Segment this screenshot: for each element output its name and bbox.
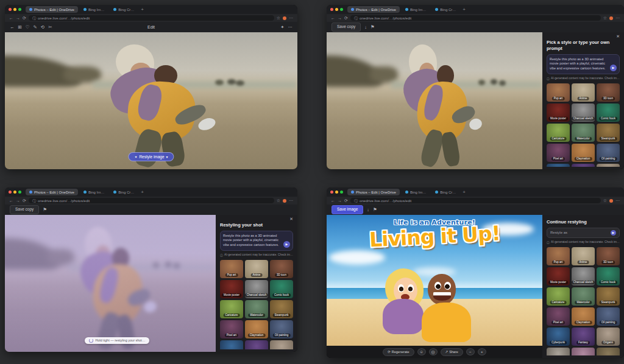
style-thumbnail-charcoal-sketch[interactable]: Charcoal sketch [572, 267, 595, 285]
forward-icon[interactable]: → [16, 198, 20, 203]
style-thumbnail-cyberpunk[interactable]: Cyberpunk [547, 164, 570, 167]
style-thumbnail-steampunk[interactable]: Steampunk [270, 300, 293, 318]
maximize-window-button[interactable] [18, 191, 21, 194]
style-thumbnail-claymation[interactable]: Claymation [572, 144, 595, 162]
crop-icon[interactable]: ✂ [48, 25, 52, 30]
profile-avatar[interactable] [283, 16, 286, 20]
style-thumbnail-3d-toon[interactable]: 3D toon [270, 260, 293, 278]
restyle-as-input[interactable]: Restyle as ▶ [547, 228, 620, 238]
profile-avatar[interactable] [609, 199, 613, 203]
favorite-star-icon[interactable]: ☆ [603, 198, 607, 203]
browser-menu-icon[interactable]: ⋯ [289, 16, 293, 20]
refresh-icon[interactable]: ⟳ [23, 198, 26, 203]
profile-avatar[interactable] [283, 199, 286, 203]
style-thumbnail-origami[interactable]: Origami [270, 340, 293, 349]
download-icon[interactable]: ↓ [367, 208, 369, 212]
minimize-window-button[interactable] [13, 191, 16, 194]
minimize-window-button[interactable] [13, 8, 16, 11]
style-thumbnail-vintage[interactable]: Vintage [597, 348, 620, 355]
style-thumbnail-comic-book[interactable]: Comic book [270, 280, 293, 298]
style-thumbnail-fantasy[interactable]: Fantasy [245, 340, 268, 349]
new-tab-button[interactable]: + [461, 7, 467, 12]
back-icon[interactable]: ← [331, 16, 335, 20]
style-thumbnail-pixel-art[interactable]: Pixel art [220, 320, 243, 338]
maximize-window-button[interactable] [18, 8, 21, 11]
bookmark-icon[interactable]: ⚑ [370, 25, 375, 30]
window-controls[interactable] [330, 191, 343, 194]
url-field[interactable]: ⓘ onedrive.live.com/…/photos/edit [350, 15, 601, 21]
style-thumbnail-anime[interactable]: Anime [245, 260, 268, 278]
url-field[interactable]: ⓘ onedrive.live.com/…/photos/edit [350, 198, 601, 203]
download-icon[interactable]: ↓ [364, 25, 367, 30]
edit-icon[interactable]: ✎ [34, 25, 37, 30]
grid-view-icon[interactable]: ⊞ [18, 25, 22, 30]
style-thumbnail-movie-poster[interactable]: Movie poster [547, 267, 570, 285]
style-thumbnail-caricature[interactable]: Caricature [547, 124, 570, 142]
style-thumbnail-fantasy[interactable]: Fantasy [572, 327, 595, 346]
restyle-image-button[interactable]: ✦ Restyle image ▾ [128, 152, 174, 161]
refresh-icon[interactable]: ⟳ [344, 16, 348, 20]
browser-tab[interactable]: Bing Im… [80, 189, 108, 195]
maximize-window-button[interactable] [340, 191, 343, 194]
browser-tab[interactable]: Bing Cr… [431, 189, 459, 195]
style-thumbnail-anime[interactable]: Anime [572, 247, 595, 265]
window-controls[interactable] [330, 8, 343, 11]
style-thumbnail-watercolor[interactable]: Watercolor [572, 287, 595, 306]
style-thumbnail-charcoal-sketch[interactable]: Charcoal sketch [245, 280, 268, 298]
favorite-star-icon[interactable]: ☆ [603, 16, 607, 20]
minimize-window-button[interactable] [335, 191, 338, 194]
regenerate-button[interactable]: ⟳ Regenerate [383, 348, 414, 356]
minimize-window-button[interactable] [335, 8, 338, 11]
style-thumbnail-3d-toon[interactable]: 3D toon [597, 247, 620, 265]
style-thumbnail-oil-painting[interactable]: Oil painting [270, 320, 293, 338]
submit-prompt-button[interactable]: ▶ [283, 241, 290, 248]
style-thumbnail-steampunk[interactable]: Steampunk [597, 287, 620, 306]
style-thumbnail-pop-art[interactable]: Pop art [220, 260, 243, 278]
new-tab-button[interactable]: + [461, 190, 467, 195]
forward-icon[interactable]: → [16, 16, 20, 20]
back-icon[interactable]: ← [9, 16, 13, 20]
new-tab-button[interactable]: + [140, 7, 145, 12]
style-thumbnail-claymation[interactable]: Claymation [245, 320, 268, 338]
rotate-icon[interactable]: ⟲ [41, 25, 44, 30]
style-thumbnail-watercolor[interactable]: Watercolor [245, 300, 268, 318]
save-copy-button[interactable]: Save copy [10, 205, 39, 214]
prompt-input[interactable]: Restyle this photo as a 3D animated movi… [220, 231, 293, 251]
style-thumbnail-caricature[interactable]: Caricature [547, 287, 570, 306]
style-thumbnail-comic-book[interactable]: Comic book [597, 267, 620, 285]
back-icon[interactable]: ← [10, 25, 15, 30]
site-info-icon[interactable]: ⓘ [354, 199, 358, 203]
style-thumbnail-cyberpunk[interactable]: Cyberpunk [547, 327, 570, 346]
style-thumbnail-caricature[interactable]: Caricature [220, 300, 243, 318]
close-window-button[interactable] [330, 8, 333, 11]
browser-tab[interactable]: Bing Im… [80, 6, 108, 13]
browser-tab[interactable]: Photos – Edit | OneDrive [347, 189, 400, 195]
url-field[interactable]: ⓘ onedrive.live.com/…/photos/edit [29, 15, 274, 21]
browser-tab[interactable]: Photos – Edit | OneDrive [347, 6, 400, 13]
style-thumbnail-pop-art[interactable]: Pop art [547, 83, 570, 102]
forward-icon[interactable]: → [338, 198, 342, 203]
favorite-icon[interactable]: ♡ [26, 25, 30, 30]
browser-tab[interactable]: Photos – Edit | OneDrive [26, 6, 78, 13]
bookmark-icon[interactable]: ⚑ [43, 208, 47, 212]
favorite-star-icon[interactable]: ☆ [277, 16, 280, 20]
new-tab-button[interactable]: + [140, 190, 145, 195]
browser-tab[interactable]: Bing Cr… [110, 189, 138, 195]
refresh-icon[interactable]: ⟳ [344, 198, 348, 203]
close-window-button[interactable] [9, 191, 12, 194]
style-thumbnail-origami[interactable]: Origami [597, 164, 620, 167]
style-thumbnail-pastel[interactable]: Pastel [572, 348, 595, 355]
browser-tab[interactable]: Bing Im… [402, 189, 430, 195]
style-thumbnail-charcoal-sketch[interactable]: Charcoal sketch [572, 103, 595, 122]
maximize-window-button[interactable] [340, 8, 343, 11]
style-thumbnail-origami[interactable]: Origami [597, 327, 620, 346]
browser-menu-icon[interactable]: ⋯ [615, 16, 620, 20]
close-window-button[interactable] [9, 8, 12, 11]
browser-tab[interactable]: Bing Im… [402, 6, 430, 13]
close-window-button[interactable] [330, 191, 333, 194]
browser-menu-icon[interactable]: ⋯ [615, 198, 620, 203]
zoom-out-button[interactable]: − [466, 348, 475, 355]
url-field[interactable]: ⓘ onedrive.live.com/…/photos/edit [29, 198, 274, 203]
close-icon[interactable]: ✕ [616, 34, 620, 39]
back-icon[interactable]: ← [9, 198, 13, 203]
